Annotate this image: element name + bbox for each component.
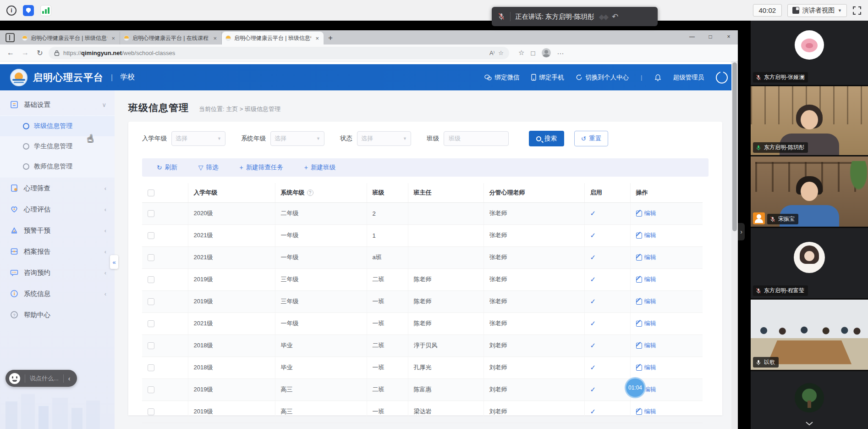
sidebar-item-system-info[interactable]: 系统信息 ‹ xyxy=(0,283,115,304)
participant-tile[interactable]: 宋振宝 xyxy=(751,156,868,227)
status-select[interactable]: 选择 ▼ xyxy=(357,131,411,146)
panel-expand-handle[interactable]: › xyxy=(738,223,745,240)
tab-actions-icon[interactable] xyxy=(5,33,15,42)
undo-icon[interactable]: ↶ xyxy=(612,12,618,22)
new-class-button[interactable]: +新建班级 xyxy=(304,163,335,172)
edit-link[interactable]: 编辑 xyxy=(636,319,703,328)
emoji-icon[interactable] xyxy=(9,373,20,384)
sidebar-item-assessment[interactable]: 心理评估 ‹ xyxy=(0,199,115,220)
edit-link[interactable]: 编辑 xyxy=(636,231,703,240)
edit-link[interactable]: 编辑 xyxy=(636,363,703,372)
sidebar-collapse-button[interactable]: « xyxy=(110,255,118,269)
read-aloud-icon[interactable]: A⁾ xyxy=(489,50,494,56)
edit-link[interactable]: 编辑 xyxy=(636,297,703,306)
edit-link[interactable]: 编辑 xyxy=(636,341,703,350)
edit-link[interactable]: 编辑 xyxy=(636,209,703,217)
sidebar-item-class-info[interactable]: 班级信息管理 xyxy=(0,116,115,136)
system-grade-select[interactable]: 选择 ▼ xyxy=(270,131,324,146)
reload-button[interactable]: ↻ xyxy=(34,47,46,59)
row-checkbox[interactable] xyxy=(148,320,154,327)
refresh-link[interactable]: ↻刷新 xyxy=(157,163,177,172)
chevron-left-icon: ‹ xyxy=(104,206,106,213)
select-all-checkbox[interactable] xyxy=(148,189,154,196)
minimize-button[interactable]: — xyxy=(683,30,701,43)
row-checkbox[interactable] xyxy=(148,210,154,217)
chat-placeholder[interactable]: 说点什么... xyxy=(30,374,59,383)
bind-phone-link[interactable]: 绑定手机 xyxy=(531,73,564,82)
participant-tile-speaking[interactable]: 东方启明-陈玥彤 xyxy=(751,86,868,155)
class-input[interactable]: 班级 xyxy=(444,131,509,146)
search-button[interactable]: 搜索 xyxy=(529,131,564,146)
switch-personal-link[interactable]: 切换到个人中心 xyxy=(576,73,629,82)
logout-power-icon[interactable] xyxy=(716,72,728,84)
row-checkbox[interactable] xyxy=(148,276,154,283)
sidebar-item-student-info[interactable]: 学生信息管理 xyxy=(0,136,115,156)
help-icon[interactable]: ? xyxy=(307,189,313,196)
profile-avatar[interactable] xyxy=(542,48,551,57)
edit-link[interactable]: 编辑 xyxy=(636,253,703,262)
filter-link[interactable]: ▽筛选 xyxy=(198,163,219,172)
back-button[interactable]: ← xyxy=(5,47,16,59)
edit-link[interactable]: 编辑 xyxy=(636,275,703,284)
page-scrollbar[interactable] xyxy=(731,61,738,429)
sidebar-group-basic-settings[interactable]: 基础设置 ∨ xyxy=(0,94,115,115)
favorite-star-icon[interactable]: ☆ xyxy=(498,50,504,56)
table-row: 2021级 一年级 a班 张老师 ✓ 编辑 xyxy=(142,246,703,268)
caret-down-icon: ▼ xyxy=(217,136,221,141)
sidebar-item-screening[interactable]: 心理筛查 ‹ xyxy=(0,178,115,199)
browser-tab-3-active[interactable]: 启明心理健康云平台 | 班级信息管理 × xyxy=(222,32,324,45)
address-bar[interactable]: https://qimingyun.net/web/school-classes… xyxy=(49,47,509,59)
sidebar-item-help-center[interactable]: ? 帮助中心 xyxy=(0,304,115,325)
sidebar-item-counseling[interactable]: 咨询预约 ‹ xyxy=(0,262,115,283)
scroll-down-icon[interactable] xyxy=(805,419,813,428)
view-selector[interactable]: 演讲者视图 ▼ xyxy=(787,4,847,17)
edit-link[interactable]: 编辑 xyxy=(636,385,703,394)
sidebar-item-warning[interactable]: 预警干预 ‹ xyxy=(0,220,115,241)
forward-button[interactable]: → xyxy=(19,47,31,59)
reset-button[interactable]: ↺ 重置 xyxy=(574,131,608,146)
table-row: 2019级 高三 二班 陈富惠 刘老师 ✓ 编辑 xyxy=(142,379,703,401)
row-checkbox[interactable] xyxy=(148,342,154,349)
favorites-bar-icon[interactable]: ☆ xyxy=(518,49,524,57)
sidebar-item-teacher-info[interactable]: 教师信息管理 xyxy=(0,156,115,177)
row-checkbox[interactable] xyxy=(148,386,154,393)
favicon xyxy=(124,35,129,41)
close-tab-icon[interactable]: × xyxy=(110,35,116,42)
participant-tile[interactable]: 东方启明-张娅澜 xyxy=(751,21,868,85)
close-tab-icon[interactable]: × xyxy=(212,35,218,42)
participant-tile[interactable]: 东方启明-程富莹 xyxy=(751,228,868,298)
row-checkbox[interactable] xyxy=(148,254,154,261)
user-role[interactable]: 超级管理员 xyxy=(673,73,704,82)
edit-link[interactable]: 编辑 xyxy=(636,407,703,416)
sidebar-item-reports[interactable]: 档案报告 ‹ xyxy=(0,241,115,262)
bell-icon[interactable] xyxy=(654,74,661,81)
browser-tab-2[interactable]: 启明心理健康云平台 | 在线课程 × xyxy=(120,32,222,45)
settings-menu-icon[interactable]: ··· xyxy=(557,49,564,57)
edit-icon xyxy=(636,365,642,371)
plus-icon: + xyxy=(240,164,243,171)
row-checkbox[interactable] xyxy=(148,364,154,371)
info-icon[interactable]: i xyxy=(6,6,16,16)
row-checkbox[interactable] xyxy=(148,408,154,415)
settings-doc-icon xyxy=(10,100,18,109)
new-tab-button[interactable]: + xyxy=(328,33,333,43)
table-toolbar: ↻刷新 ▽筛选 +新建筛查任务 +新建班级 xyxy=(142,158,709,177)
enabled-check-icon: ✓ xyxy=(590,407,596,415)
row-checkbox[interactable] xyxy=(148,232,154,239)
shield-icon[interactable] xyxy=(23,5,34,16)
browser-tab-1[interactable]: 启明心理健康云平台 | 班级信息管理 × xyxy=(18,32,120,45)
row-checkbox[interactable] xyxy=(148,298,154,305)
chat-quick-input[interactable]: 说点什么... ‹ xyxy=(5,370,77,387)
enroll-year-select[interactable]: 选择 ▼ xyxy=(171,131,225,146)
chevron-left-icon[interactable]: ‹ xyxy=(68,375,71,382)
new-screening-task-button[interactable]: +新建筛查任务 xyxy=(240,163,283,172)
maximize-button[interactable]: □ xyxy=(701,30,720,43)
participant-tile[interactable]: 以歌 xyxy=(751,300,868,370)
close-tab-icon[interactable]: × xyxy=(314,35,320,42)
network-stats-icon[interactable] xyxy=(40,5,51,16)
close-window-button[interactable]: × xyxy=(720,30,738,43)
collections-icon[interactable]: □ xyxy=(531,49,535,57)
filter-row: 入学年级 选择 ▼ 系统年级 选择 ▼ 状态 选择 ▼ xyxy=(142,131,709,146)
fullscreen-icon[interactable] xyxy=(852,6,862,15)
bind-wechat-link[interactable]: 绑定微信 xyxy=(484,73,519,82)
